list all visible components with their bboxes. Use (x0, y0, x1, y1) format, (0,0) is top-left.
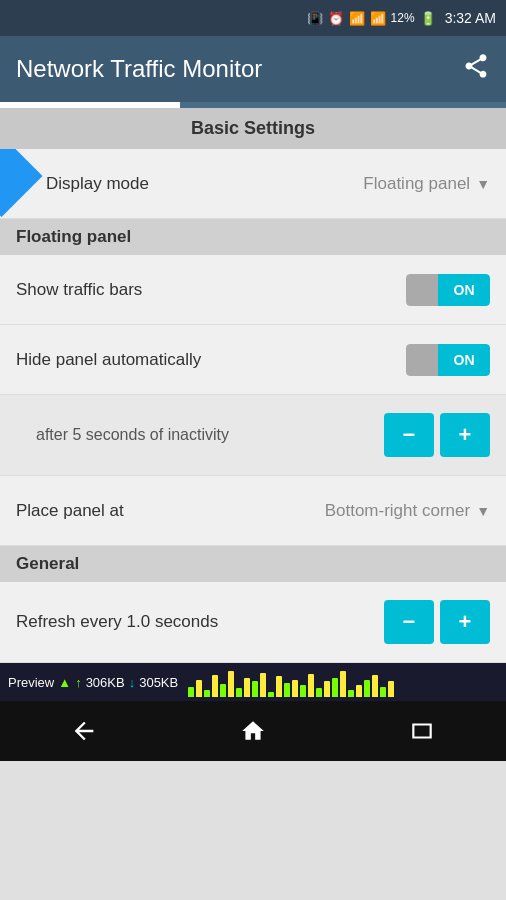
preview-up-stats: 306KB (86, 675, 125, 690)
preview-bar-item (340, 671, 346, 697)
place-panel-arrow: ▼ (476, 503, 490, 519)
recents-button[interactable] (392, 701, 452, 761)
nav-bar (0, 701, 506, 761)
hide-panel-auto-toggle[interactable]: ON (406, 344, 490, 376)
refresh-decrement-button[interactable]: − (384, 600, 434, 644)
hide-panel-toggle-label: ON (454, 352, 475, 368)
inactivity-label: after 5 seconds of inactivity (16, 426, 229, 444)
place-panel-label: Place panel at (16, 501, 124, 521)
preview-bar-item (292, 680, 298, 697)
toggle-off-part (406, 274, 438, 306)
inactivity-stepper[interactable]: − + (384, 413, 490, 457)
toggle-on-part: ON (438, 274, 490, 306)
display-mode-dropdown[interactable]: Floating panel ▼ (363, 174, 490, 194)
preview-bar-item (236, 688, 242, 697)
vibrate-icon: 📳 (307, 11, 323, 26)
preview-bar-item (308, 674, 314, 697)
display-mode-value: Floating panel (363, 174, 470, 194)
preview-bar-item (196, 680, 202, 697)
preview-bar-item (300, 685, 306, 697)
hide-panel-toggle-on: ON (438, 344, 490, 376)
inactivity-row: after 5 seconds of inactivity − + (0, 395, 506, 476)
hide-panel-auto-label: Hide panel automatically (16, 350, 201, 370)
place-panel-dropdown[interactable]: Bottom-right corner ▼ (325, 501, 490, 521)
signal-icon: 📶 (370, 11, 386, 26)
preview-down-stats: 305KB (139, 675, 178, 690)
display-mode-row[interactable]: NEW Display mode Floating panel ▼ (0, 149, 506, 219)
preview-bar-item (388, 681, 394, 697)
preview-down-arrow: ↓ (129, 675, 136, 690)
toggle-on-label: ON (454, 282, 475, 298)
preview-bar-item (212, 675, 218, 697)
place-panel-row[interactable]: Place panel at Bottom-right corner ▼ (0, 476, 506, 546)
preview-bar-item (372, 675, 378, 697)
tab-active-indicator (0, 102, 180, 108)
refresh-stepper[interactable]: − + (384, 600, 490, 644)
preview-bar-item (316, 688, 322, 697)
status-time: 3:32 AM (445, 10, 496, 26)
tab-bar (0, 102, 506, 108)
preview-bar-item (276, 676, 282, 697)
preview-bar-item (252, 681, 258, 697)
refresh-every-label: Refresh every 1.0 seconds (16, 612, 218, 632)
preview-bar-item (348, 690, 354, 697)
refresh-every-row: Refresh every 1.0 seconds − + (0, 582, 506, 663)
app-title: Network Traffic Monitor (16, 55, 262, 83)
hide-panel-toggle-off (406, 344, 438, 376)
preview-bar-item (204, 690, 210, 697)
floating-panel-group-header: Floating panel (0, 219, 506, 255)
preview-bar-item (260, 673, 266, 697)
hide-panel-auto-row[interactable]: Hide panel automatically ON (0, 325, 506, 395)
display-mode-arrow: ▼ (476, 176, 490, 192)
preview-up-icon: ▲ (58, 675, 71, 690)
preview-bar-item (228, 671, 234, 697)
show-traffic-bars-toggle[interactable]: ON (406, 274, 490, 306)
preview-bars-container (188, 667, 498, 697)
back-button[interactable] (54, 701, 114, 761)
preview-up-arrow: ↑ (75, 675, 82, 690)
app-header: Network Traffic Monitor (0, 36, 506, 102)
show-traffic-bars-label: Show traffic bars (16, 280, 142, 300)
home-button[interactable] (223, 701, 283, 761)
battery-percent: 12% (391, 11, 415, 25)
preview-bar-item (244, 678, 250, 697)
preview-bar-item (188, 687, 194, 697)
preview-bar-item (364, 680, 370, 697)
preview-bar-item (324, 681, 330, 697)
preview-bar-item (356, 685, 362, 697)
preview-bar-item (220, 684, 226, 697)
battery-icon: 🔋 (420, 11, 436, 26)
wifi-icon: 📶 (349, 11, 365, 26)
inactivity-decrement-button[interactable]: − (384, 413, 434, 457)
preview-bar-item (332, 678, 338, 697)
preview-bar-item (268, 692, 274, 697)
preview-bar: Preview ▲ ↑ 306KB ↓ 305KB (0, 663, 506, 701)
show-traffic-bars-row[interactable]: Show traffic bars ON (0, 255, 506, 325)
refresh-increment-button[interactable]: + (440, 600, 490, 644)
preview-bar-item (284, 683, 290, 697)
preview-bar-item (380, 687, 386, 697)
status-bar: 📳 ⏰ 📶 📶 12% 🔋 3:32 AM (0, 0, 506, 36)
alarm-icon: ⏰ (328, 11, 344, 26)
share-icon[interactable] (462, 52, 490, 86)
basic-settings-header: Basic Settings (0, 108, 506, 149)
preview-label: Preview (8, 675, 54, 690)
status-icons: 📳 ⏰ 📶 📶 12% 🔋 3:32 AM (307, 10, 496, 26)
inactivity-increment-button[interactable]: + (440, 413, 490, 457)
general-group-header: General (0, 546, 506, 582)
place-panel-value: Bottom-right corner (325, 501, 471, 521)
